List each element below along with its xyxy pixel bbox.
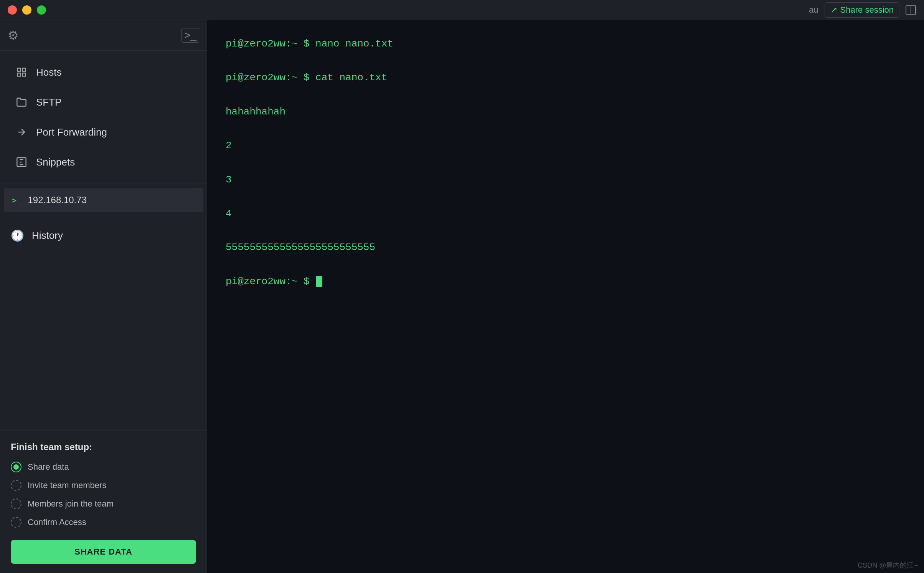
terminal-output-1: hahahhahah <box>226 103 906 120</box>
setup-check-share-data <box>11 462 21 472</box>
port-forwarding-label: Port Forwarding <box>36 126 107 138</box>
port-forwarding-icon <box>15 125 28 139</box>
sidebar-item-hosts[interactable]: Hosts <box>4 58 203 87</box>
setup-check-confirm-access <box>11 517 21 528</box>
setup-item-share-data[interactable]: Share data <box>11 462 196 472</box>
gear-icon[interactable]: ⚙ <box>8 28 19 43</box>
minimize-button[interactable] <box>22 5 31 15</box>
watermark: CSDN @屋内的汪~ <box>858 561 918 570</box>
terminal-output-4: 4 <box>226 205 906 222</box>
team-setup-title: Finish team setup: <box>11 442 196 452</box>
history-icon: 🕐 <box>11 229 24 242</box>
hosts-label: Hosts <box>36 66 61 78</box>
setup-label-members-join: Members join the team <box>28 499 114 509</box>
svg-rect-2 <box>18 73 21 76</box>
svg-rect-1 <box>22 68 25 71</box>
nav-items: Hosts SFTP Port Forwarding <box>0 51 207 184</box>
setup-label-invite-members: Invite team members <box>28 480 106 490</box>
split-view-icon[interactable] <box>906 5 916 15</box>
setup-item-members-join[interactable]: Members join the team <box>11 498 196 509</box>
connection-ip: 192.168.10.73 <box>28 195 87 205</box>
share-session-button[interactable]: ↗ Share session <box>825 2 899 18</box>
setup-check-members-join <box>11 498 21 509</box>
terminal-output-5: 5555555555555555555555555 <box>226 239 906 256</box>
close-button[interactable] <box>8 5 17 15</box>
share-session-label: Share session <box>840 5 894 15</box>
setup-check-invite-members <box>11 480 21 491</box>
maximize-button[interactable] <box>37 5 46 15</box>
sidebar-item-sftp[interactable]: SFTP <box>4 88 203 117</box>
terminal-prompt-icon: >_ <box>12 195 22 205</box>
setup-item-confirm-access[interactable]: Confirm Access <box>11 517 196 528</box>
terminal-line-1: pi@zero2ww:~ $ nano nano.txt <box>226 35 906 52</box>
hosts-icon <box>15 65 28 79</box>
history-section: 🕐 History <box>0 216 207 255</box>
sidebar-item-port-forwarding[interactable]: Port Forwarding <box>4 118 203 147</box>
sidebar-item-history[interactable]: 🕐 History <box>11 222 196 249</box>
terminal-output-2: 2 <box>226 137 906 154</box>
history-label: History <box>32 230 63 242</box>
setup-label-confirm-access: Confirm Access <box>28 517 86 527</box>
terminal-cursor <box>316 276 322 287</box>
sidebar-item-snippets[interactable]: Snippets <box>4 147 203 177</box>
sftp-icon <box>15 95 28 109</box>
terminal-line-3: pi@zero2ww:~ $ <box>226 273 906 290</box>
sidebar: ⚙ >_ Hosts SFTP <box>0 20 207 573</box>
terminal-line-2: pi@zero2ww:~ $ cat nano.txt <box>226 69 906 86</box>
snippets-icon <box>15 155 28 169</box>
user-initials: au <box>809 5 818 15</box>
snippets-label: Snippets <box>36 156 75 168</box>
share-icon: ↗ <box>830 5 837 15</box>
main-content: ⚙ >_ Hosts SFTP <box>0 20 924 573</box>
new-terminal-icon[interactable]: >_ <box>182 28 199 43</box>
team-setup-section: Finish team setup: Share data Invite tea… <box>0 431 207 573</box>
active-connection[interactable]: >_ 192.168.10.73 <box>4 188 203 212</box>
share-data-button[interactable]: SHARE DATA <box>11 540 196 564</box>
setup-item-invite-members[interactable]: Invite team members <box>11 480 196 491</box>
titlebar: au ↗ Share session <box>0 0 924 20</box>
svg-rect-0 <box>18 68 21 71</box>
terminal-output-3: 3 <box>226 171 906 188</box>
svg-rect-3 <box>22 73 25 76</box>
terminal-area[interactable]: pi@zero2ww:~ $ nano nano.txt pi@zero2ww:… <box>207 20 924 573</box>
titlebar-right: au ↗ Share session <box>809 2 916 18</box>
setup-label-share-data: Share data <box>28 462 69 472</box>
traffic-lights <box>8 5 46 15</box>
sidebar-top: ⚙ >_ <box>0 20 207 51</box>
sftp-label: SFTP <box>36 96 61 108</box>
